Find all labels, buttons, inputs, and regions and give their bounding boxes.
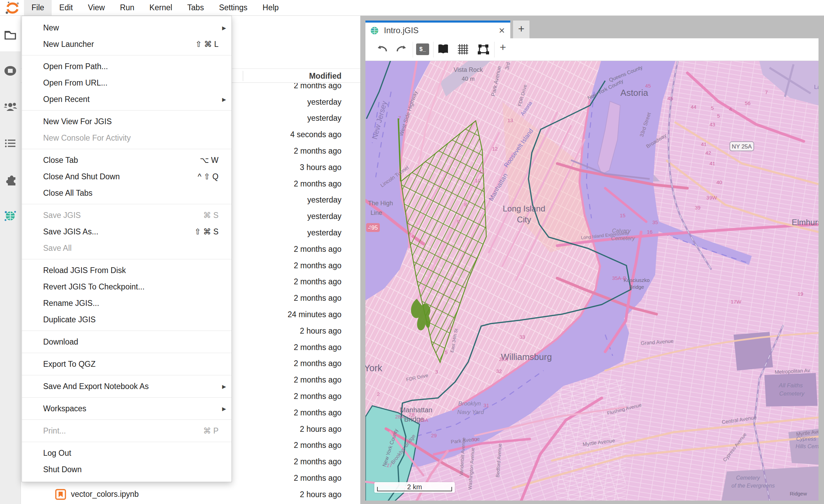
menu-item-shortcut: ⌘ S bbox=[203, 207, 219, 223]
file-modified-time: 2 hours ago bbox=[300, 424, 341, 434]
menu-item-new-launcher[interactable]: New Launcher⇧ ⌘ L bbox=[22, 36, 232, 52]
menu-item-print: Print...⌘ P bbox=[22, 423, 232, 439]
route-number-badge: 16 bbox=[647, 229, 653, 235]
route-number-badge: 43 bbox=[710, 121, 715, 127]
polygon-select-icon[interactable] bbox=[477, 43, 489, 55]
column-divider[interactable] bbox=[243, 71, 243, 81]
file-browser-icon[interactable] bbox=[3, 28, 17, 42]
menu-item-download[interactable]: Download bbox=[22, 334, 232, 350]
running-sessions-icon[interactable] bbox=[3, 64, 17, 78]
menubar-item-kernel[interactable]: Kernel bbox=[142, 0, 179, 15]
jgis-panel: Intro.jGIS × + $_ bbox=[360, 16, 824, 504]
menu-item-close-and-shut-down[interactable]: Close And Shut Down^ ⇧ Q bbox=[22, 168, 232, 185]
menu-item-rename-jgis[interactable]: Rename JGIS... bbox=[22, 295, 232, 311]
menu-item-label: New View For JGIS bbox=[43, 117, 112, 126]
menu-item-revert-jgis-to-checkpoint[interactable]: Revert JGIS To Checkpoint... bbox=[22, 279, 232, 295]
map-label: All Faiths bbox=[778, 382, 803, 389]
menubar-item-view[interactable]: View bbox=[80, 0, 112, 15]
menubar-item-settings[interactable]: Settings bbox=[211, 0, 255, 15]
menu-separator bbox=[22, 331, 232, 331]
menu-item-label: New bbox=[43, 23, 59, 32]
map-view[interactable]: 495 NY 25A New JerseyWest Side HighwayVi… bbox=[365, 61, 819, 501]
menu-item-close-tab[interactable]: Close Tab⌥ W bbox=[22, 152, 232, 168]
map-label: of the Evergreens bbox=[732, 483, 775, 489]
map-label: Hills Cemet bbox=[796, 443, 819, 449]
extensions-icon[interactable] bbox=[3, 172, 17, 187]
menubar-item-tabs[interactable]: Tabs bbox=[180, 0, 212, 15]
menu-item-label: Close And Shut Down bbox=[43, 172, 120, 181]
route-number-badge: 31 bbox=[484, 402, 489, 408]
terminal-icon[interactable]: $_ bbox=[416, 43, 429, 55]
add-layer-icon[interactable]: + bbox=[500, 41, 506, 54]
route-number-badge: 41 bbox=[710, 160, 715, 166]
tab-close-icon[interactable]: × bbox=[499, 25, 505, 36]
modified-column-header[interactable]: Modified bbox=[309, 72, 341, 81]
menu-item-save-jgis: Save JGIS⌘ S bbox=[22, 207, 232, 223]
menubar-item-help[interactable]: Help bbox=[255, 0, 286, 15]
grid-icon[interactable] bbox=[457, 43, 469, 55]
menu-item-close-all-tabs[interactable]: Close All Tabs bbox=[22, 185, 232, 201]
file-modified-time: 2 months ago bbox=[294, 457, 341, 466]
menu-separator bbox=[22, 110, 232, 111]
menu-separator bbox=[22, 55, 232, 55]
menu-item-export-to-qgz[interactable]: Export To QGZ bbox=[22, 356, 232, 372]
route-number-badge: 7 bbox=[398, 115, 401, 121]
menu-item-reload-jgis-from-disk[interactable]: Reload JGIS From Disk bbox=[22, 262, 232, 279]
file-modified-time: 2 months ago bbox=[294, 294, 341, 303]
menu-item-new-view-for-jgis[interactable]: New View For JGIS bbox=[22, 113, 232, 130]
file-row[interactable]: vector_colors.ipynb2 hours ago bbox=[21, 486, 360, 503]
file-modified-time: 3 hours ago bbox=[300, 163, 341, 172]
map-label: Long Island bbox=[503, 204, 545, 213]
map-canvas[interactable]: 495 NY 25A New JerseyWest Side HighwayVi… bbox=[365, 61, 819, 501]
menu-item-open-from-path[interactable]: Open From Path... bbox=[22, 58, 232, 75]
menu-item-save-and-export-notebook-as[interactable]: Save And Export Notebook As▶ bbox=[22, 378, 232, 395]
file-modified-time: yesterday bbox=[307, 195, 341, 205]
menu-item-save-all: Save All bbox=[22, 240, 232, 256]
menu-item-open-recent[interactable]: Open Recent▶ bbox=[22, 91, 232, 107]
file-modified-time: 4 seconds ago bbox=[290, 130, 341, 139]
route-number-badge: 5 bbox=[368, 225, 371, 231]
tab-intro-jgis[interactable]: Intro.jGIS × bbox=[365, 21, 510, 38]
jgis-globe-icon[interactable] bbox=[3, 209, 17, 223]
book-icon[interactable] bbox=[437, 43, 450, 55]
jgis-content: $_ + bbox=[365, 38, 819, 501]
route-number-badge: 35A-B bbox=[612, 275, 626, 281]
file-modified-time: 2 months ago bbox=[294, 261, 341, 270]
route-number-badge: 45 bbox=[667, 95, 673, 101]
redo-icon[interactable] bbox=[396, 44, 408, 55]
menu-item-shut-down[interactable]: Shut Down bbox=[22, 461, 232, 478]
route-number-badge: 39W bbox=[707, 195, 717, 201]
menu-item-label: Duplicate JGIS bbox=[43, 315, 96, 324]
file-modified-time: 2 months ago bbox=[294, 375, 341, 385]
menu-separator bbox=[22, 149, 232, 149]
menubar-item-run[interactable]: Run bbox=[112, 0, 142, 15]
table-of-contents-icon[interactable] bbox=[3, 136, 17, 151]
collaboration-icon[interactable] bbox=[3, 100, 17, 114]
route-number-badge: 5 bbox=[445, 349, 448, 355]
menu-separator bbox=[22, 204, 232, 204]
menu-item-open-from-url[interactable]: Open From URL... bbox=[22, 75, 232, 91]
menu-item-duplicate-jgis[interactable]: Duplicate JGIS bbox=[22, 311, 232, 328]
map-label: LaGuardia bbox=[814, 84, 819, 90]
menu-item-label: Print... bbox=[43, 426, 66, 435]
submenu-arrow-icon: ▶ bbox=[222, 401, 226, 417]
menu-separator bbox=[22, 259, 232, 259]
toolbar-separator bbox=[494, 42, 495, 57]
route-number-badge: 32 bbox=[496, 368, 502, 374]
menubar-item-file[interactable]: File bbox=[24, 0, 52, 15]
menu-item-log-out[interactable]: Log Out bbox=[22, 445, 232, 461]
menubar-item-edit[interactable]: Edit bbox=[52, 0, 80, 15]
menu-item-new[interactable]: New▶ bbox=[22, 20, 232, 36]
menu-separator bbox=[22, 353, 232, 353]
notebook-file-icon bbox=[55, 489, 66, 500]
undo-icon[interactable] bbox=[376, 44, 388, 55]
svg-text:NY 25A: NY 25A bbox=[732, 143, 752, 150]
map-label: Line bbox=[371, 209, 382, 216]
menu-item-label: New Console For Activity bbox=[43, 133, 131, 142]
new-tab-button[interactable]: + bbox=[513, 21, 529, 38]
menu-item-save-jgis-as[interactable]: Save JGIS As...⇧ ⌘ S bbox=[22, 223, 232, 240]
menu-separator bbox=[22, 397, 232, 398]
jupyter-logo-icon[interactable] bbox=[5, 1, 20, 15]
map-label: Cemetery bbox=[779, 390, 805, 397]
menu-item-workspaces[interactable]: Workspaces▶ bbox=[22, 400, 232, 417]
